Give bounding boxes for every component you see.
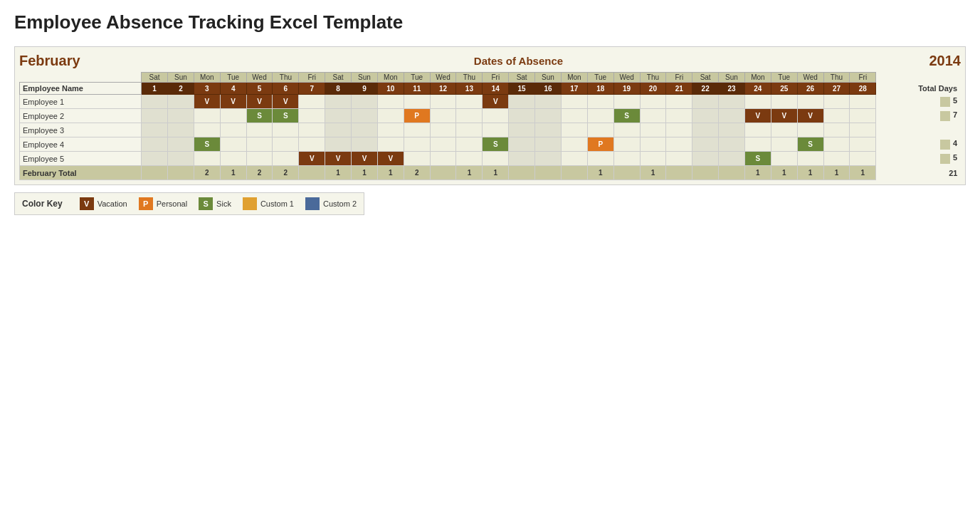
- cell-emp2-day18: [587, 109, 613, 123]
- total-day-27: 1: [823, 166, 850, 180]
- cell-emp1-day19: [613, 95, 640, 109]
- cell-emp5-day24: S: [744, 152, 771, 166]
- cell-emp1-day2: [168, 95, 194, 109]
- cell-emp3-day17: [561, 123, 587, 137]
- cell-emp4-day8: [325, 137, 352, 152]
- cell-emp5-day27: [823, 152, 850, 166]
- employee-name-3: Employee 3: [20, 123, 142, 137]
- cell-emp3-day26: [797, 123, 823, 137]
- total-swatch-emp1: [940, 97, 950, 107]
- cell-emp3-day6: [273, 123, 299, 137]
- total-swatch-emp2: [940, 111, 950, 121]
- day-name-19: Wed: [613, 73, 640, 83]
- cell-emp4-day24: [744, 137, 771, 152]
- cell-emp4-day15: [509, 137, 535, 152]
- cell-emp2-day10: [377, 109, 404, 123]
- cell-emp2-day25: V: [771, 109, 797, 123]
- day-name-1: Sat: [142, 73, 168, 83]
- total-day-6: 2: [273, 166, 299, 180]
- key-badge-personal: P: [139, 197, 153, 210]
- employee-row-2: Employee 2SSPSVVV7: [20, 109, 961, 123]
- cell-emp1-day20: [640, 95, 666, 109]
- key-swatch-custom-1: [243, 197, 257, 210]
- cell-emp5-day16: [535, 152, 562, 166]
- day-num-9: 9: [352, 83, 378, 95]
- total-day-7: [299, 166, 325, 180]
- cell-emp5-day21: [666, 152, 692, 166]
- cell-emp5-day18: [587, 152, 613, 166]
- cell-emp4-day27: [823, 137, 850, 152]
- cell-emp2-day27: [823, 109, 850, 123]
- cell-emp2-day21: [666, 109, 692, 123]
- day-name-15: Sat: [509, 73, 535, 83]
- day-name-13: Thu: [456, 73, 483, 83]
- total-days-emp4: 4: [876, 137, 961, 152]
- day-name-28: Fri: [850, 73, 876, 83]
- page-title: Employee Absence Tracking Excel Template: [14, 11, 966, 33]
- cell-emp4-day2: [168, 137, 194, 152]
- cell-emp1-day26: [797, 95, 823, 109]
- dates-of-absence-title: Dates of Absence: [162, 55, 875, 67]
- cell-emp1-day27: [823, 95, 850, 109]
- cell-emp4-day4: [220, 137, 246, 152]
- day-name-21: Fri: [666, 73, 692, 83]
- key-badge-sick: S: [199, 197, 213, 210]
- total-day-16: [535, 166, 562, 180]
- cell-emp2-day13: [456, 109, 483, 123]
- total-day-4: 1: [220, 166, 246, 180]
- day-num-15: 15: [509, 83, 535, 95]
- cell-emp2-day6: S: [273, 109, 299, 123]
- employee-row-4: Employee 4SSPS4: [20, 137, 961, 152]
- cell-emp4-day10: [377, 137, 404, 152]
- cell-emp3-day24: [744, 123, 771, 137]
- day-num-7: 7: [299, 83, 325, 95]
- employee-row-5: Employee 5VVVVS5: [20, 152, 961, 166]
- cell-emp5-day12: [430, 152, 456, 166]
- cell-emp4-day7: [299, 137, 325, 152]
- cell-emp4-day12: [430, 137, 456, 152]
- cell-emp4-day13: [456, 137, 483, 152]
- cell-emp2-day17: [561, 109, 587, 123]
- day-num-16: 16: [535, 83, 562, 95]
- cell-emp3-day16: [535, 123, 562, 137]
- cell-emp5-day26: [797, 152, 823, 166]
- cell-emp5-day19: [613, 152, 640, 166]
- day-name-20: Thu: [640, 73, 666, 83]
- employee-name-4: Employee 4: [20, 137, 142, 152]
- total-day-9: 1: [352, 166, 378, 180]
- cell-emp3-day5: [246, 123, 273, 137]
- tracker-container: February Dates of Absence 2014 SatSunMon…: [14, 46, 966, 185]
- day-num-27: 27: [823, 83, 850, 95]
- cell-emp3-day21: [666, 123, 692, 137]
- total-day-21: [666, 166, 692, 180]
- key-item-custom-2: Custom 2: [305, 197, 357, 210]
- total-swatch-emp5: [940, 154, 950, 164]
- cell-emp5-day2: [168, 152, 194, 166]
- day-name-6: Thu: [273, 73, 299, 83]
- cell-emp1-day3: V: [194, 95, 220, 109]
- day-num-20: 20: [640, 83, 666, 95]
- day-num-8: 8: [325, 83, 352, 95]
- cell-emp1-day25: [771, 95, 797, 109]
- cell-emp3-day25: [771, 123, 797, 137]
- cell-emp2-day22: [692, 109, 719, 123]
- cell-emp4-day21: [666, 137, 692, 152]
- day-name-12: Wed: [430, 73, 456, 83]
- day-num-12: 12: [430, 83, 456, 95]
- total-day-1: [142, 166, 168, 180]
- day-name-4: Tue: [220, 73, 246, 83]
- key-label-vacation: Vacation: [98, 199, 127, 208]
- cell-emp4-day5: [246, 137, 273, 152]
- day-name-5: Wed: [246, 73, 273, 83]
- cell-emp2-day1: [142, 109, 168, 123]
- cell-emp1-day6: V: [273, 95, 299, 109]
- cell-emp5-day15: [509, 152, 535, 166]
- cell-emp2-day4: [220, 109, 246, 123]
- cell-emp3-day7: [299, 123, 325, 137]
- day-num-5: 5: [246, 83, 273, 95]
- cell-emp2-day8: [325, 109, 352, 123]
- employee-name-5: Employee 5: [20, 152, 142, 166]
- total-day-11: 2: [404, 166, 430, 180]
- name-col-header: [20, 73, 142, 83]
- total-row-label: February Total: [20, 166, 142, 180]
